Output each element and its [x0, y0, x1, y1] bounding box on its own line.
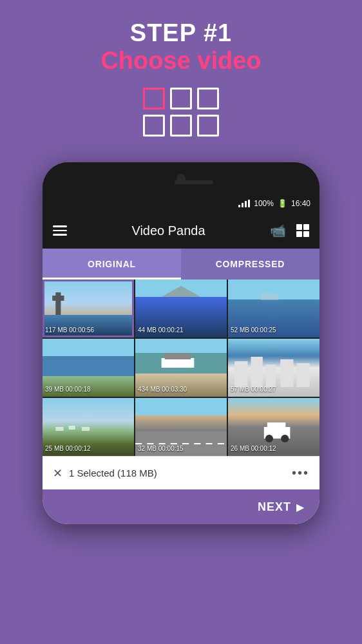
- signal-bar-2: [242, 203, 243, 207]
- app-title: Video Panda: [77, 223, 260, 238]
- phone-mockup: 100% 🔋 16:40 Video Panda 📹 ORIGINAL: [43, 162, 319, 524]
- grid-decoration-icon: [143, 88, 219, 137]
- time-text: 16:40: [291, 199, 310, 208]
- video-thumb-7[interactable]: 25 MB 00:00:12: [43, 398, 134, 456]
- status-bar: 100% 🔋 16:40: [43, 194, 319, 213]
- tgc-2: [303, 224, 309, 230]
- phone-top-bar: [43, 162, 319, 194]
- signal-bar-1: [238, 205, 240, 207]
- choose-video-subtitle: Choose video: [100, 47, 261, 75]
- battery-text: 100%: [254, 199, 274, 208]
- video-info-6: 57 MB 00:00:27: [231, 385, 276, 394]
- hamburger-line-3: [53, 234, 67, 236]
- grid-cell-4: [143, 115, 165, 137]
- video-thumb-1[interactable]: 117 MB 00:00:56: [43, 279, 134, 337]
- selected-count-text: 1 Selected (118 MB): [69, 468, 292, 478]
- camera-icon[interactable]: 📹: [270, 223, 286, 238]
- video-thumb-2[interactable]: 44 MB 00:00:21: [135, 279, 227, 337]
- close-icon[interactable]: ✕: [53, 466, 62, 480]
- grid-cell-5: [170, 115, 192, 137]
- video-thumb-5[interactable]: 434 MB 00:03:30: [135, 339, 227, 397]
- video-thumb-9[interactable]: 26 MB 00:00:12: [228, 398, 319, 456]
- tgc-3: [296, 231, 302, 237]
- instruction-section: STEP #1 Choose video: [0, 0, 362, 162]
- tab-original[interactable]: ORIGINAL: [43, 249, 181, 279]
- next-arrow-icon: ▶: [296, 501, 304, 513]
- video-thumb-4[interactable]: 39 MB 00:00:18: [43, 339, 134, 397]
- video-thumb-8[interactable]: 32 MB 00:00:15: [135, 398, 227, 456]
- video-info-8: 32 MB 00:00:15: [138, 444, 184, 453]
- phone-speaker: [175, 180, 213, 184]
- video-thumb-6[interactable]: 57 MB 00:00:27: [228, 339, 319, 397]
- video-info-2: 44 MB 00:00:21: [138, 326, 184, 335]
- hamburger-line-2: [53, 230, 67, 232]
- video-info-9: 26 MB 00:00:12: [231, 444, 276, 453]
- grid-cell-1: [143, 88, 165, 109]
- grid-cell-2: [170, 88, 192, 109]
- grid-view-icon[interactable]: [296, 224, 309, 237]
- tab-compressed[interactable]: COMPRESSED: [181, 249, 319, 279]
- video-info-4: 39 MB 00:00:18: [45, 385, 91, 394]
- grid-cell-6: [197, 115, 219, 137]
- video-info-7: 25 MB 00:00:12: [45, 444, 91, 453]
- tgc-1: [296, 224, 302, 230]
- bottom-selection-bar: ✕ 1 Selected (118 MB) •••: [43, 456, 319, 489]
- next-button[interactable]: NEXT ▶: [43, 489, 319, 524]
- hamburger-menu-icon[interactable]: [53, 225, 67, 236]
- video-info-1: 117 MB 00:00:56: [45, 326, 94, 335]
- video-thumb-3[interactable]: 52 MB 00:00:25: [228, 279, 319, 337]
- app-toolbar: Video Panda 📹: [43, 213, 319, 249]
- tgc-4: [303, 231, 309, 237]
- next-label: NEXT: [258, 500, 291, 514]
- signal-bar-4: [248, 200, 250, 207]
- phone-screen: 100% 🔋 16:40 Video Panda 📹 ORIGINAL: [43, 194, 319, 524]
- more-options-icon[interactable]: •••: [292, 466, 309, 480]
- signal-icon: [238, 200, 250, 207]
- battery-icon: 🔋: [278, 199, 287, 208]
- video-info-5: 434 MB 00:03:30: [138, 385, 187, 394]
- tab-bar: ORIGINAL COMPRESSED: [43, 249, 319, 279]
- grid-cell-3: [197, 88, 219, 109]
- video-grid: 117 MB 00:00:5644 MB 00:00:2152 MB 00:00…: [43, 279, 319, 456]
- hamburger-line-1: [53, 225, 67, 227]
- signal-bar-3: [245, 201, 247, 207]
- video-info-3: 52 MB 00:00:25: [231, 326, 276, 335]
- step-title: STEP #1: [130, 19, 232, 47]
